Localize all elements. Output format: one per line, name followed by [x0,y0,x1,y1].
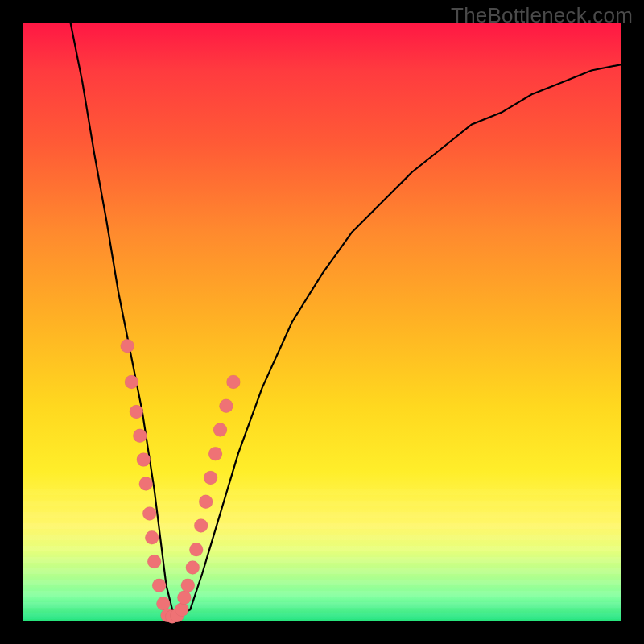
scatter-dot [226,375,240,389]
scatter-dot [189,543,203,556]
scatter-dot [147,555,161,568]
plot-area [23,23,621,621]
scatter-dot [208,447,222,460]
chart-frame: TheBottleneck.com [0,0,644,644]
bottleneck-curve [71,23,621,616]
scatter-dot [152,579,166,592]
scatter-dot [186,561,200,575]
scatter-dot [194,518,208,532]
scatter-dot [177,591,191,605]
scatter-dot [181,579,195,592]
scatter-dot [139,477,153,490]
scatter-dot [133,429,147,443]
scatter-dot [121,339,134,353]
watermark-text: TheBottleneck.com [451,3,633,28]
scatter-dot [175,603,188,617]
scatter-dot [130,405,143,419]
scatter-dot [137,453,151,467]
scatter-dot [199,495,213,509]
scatter-dots [121,339,241,623]
scatter-dot [204,471,217,485]
scatter-dot [156,597,170,610]
chart-svg [23,23,621,621]
scatter-dot [219,399,233,413]
scatter-dot [213,423,227,436]
scatter-dot [125,375,138,389]
scatter-dot [145,530,159,544]
scatter-dot [142,507,156,521]
